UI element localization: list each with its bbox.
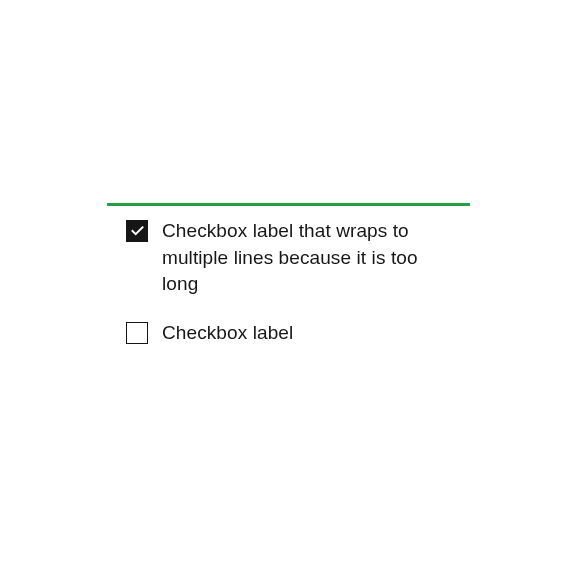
- checkbox-input-1[interactable]: [126, 220, 148, 242]
- checkbox-row-2[interactable]: Checkbox label: [126, 320, 446, 347]
- checkbox-input-2[interactable]: [126, 322, 148, 344]
- checkbox-row-1[interactable]: Checkbox label that wraps to multiple li…: [126, 218, 446, 298]
- checkbox-label-1: Checkbox label that wraps to multiple li…: [162, 218, 422, 298]
- top-divider: [107, 203, 470, 206]
- checkbox-group: Checkbox label that wraps to multiple li…: [126, 218, 446, 368]
- checkmark-icon: [131, 226, 144, 236]
- checkbox-label-2: Checkbox label: [162, 320, 293, 347]
